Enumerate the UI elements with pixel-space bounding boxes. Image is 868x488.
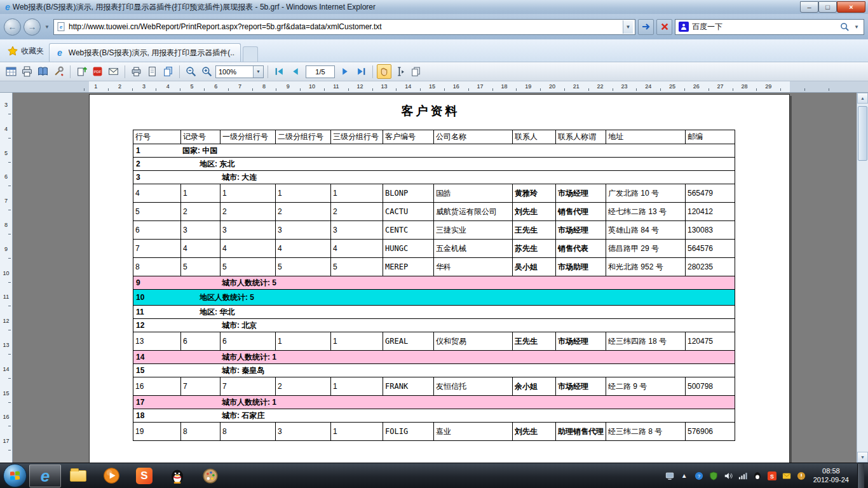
tray-display-icon[interactable] <box>665 471 675 481</box>
favorites-button[interactable]: 收藏夹 <box>3 43 49 59</box>
open-book-icon[interactable] <box>36 64 50 79</box>
clock-date: 2012-09-24 <box>813 476 849 485</box>
print-icon[interactable] <box>20 64 34 79</box>
search-box[interactable]: ▼ <box>675 19 864 35</box>
cell: 120412 <box>686 203 735 221</box>
export-icon[interactable] <box>74 64 89 79</box>
report-table: 行号记录号一级分组行号二级分组行号三级分组行号客户编号公司名称联系人联系人称谓地… <box>133 130 735 441</box>
cell: 19 <box>133 423 181 441</box>
tray-volume-icon[interactable] <box>723 471 733 481</box>
address-bar[interactable]: e ▼ <box>53 19 635 35</box>
taskbar-explorer-icon[interactable] <box>62 464 94 487</box>
zoom-out-icon[interactable] <box>184 64 198 79</box>
group-label: 地区: 东北 <box>133 159 234 170</box>
cell: HUNGC <box>383 240 434 258</box>
address-dropdown-icon[interactable]: ▼ <box>623 20 633 34</box>
printer-setup-icon[interactable] <box>129 64 144 79</box>
start-button[interactable] <box>3 464 27 487</box>
scroll-down-icon[interactable]: ▼ <box>857 452 868 463</box>
row-number: 15 <box>136 366 144 375</box>
page-indicator[interactable]: 1/5 <box>306 65 335 78</box>
ruler-number: 3 <box>4 102 8 108</box>
maximize-button[interactable]: □ <box>818 1 837 13</box>
zoom-in-icon[interactable] <box>200 64 214 79</box>
pdf-export-icon[interactable]: PDF <box>90 64 105 79</box>
tray-qq-icon[interactable] <box>752 471 763 481</box>
cell: 苏先生 <box>513 240 556 258</box>
cell: 4 <box>276 240 331 258</box>
ruler-number: 24 <box>645 83 651 90</box>
ie-logo-icon: e <box>5 3 10 11</box>
close-button[interactable]: × <box>837 1 865 13</box>
previous-page-icon[interactable] <box>288 64 302 79</box>
search-input[interactable] <box>692 22 837 31</box>
text-select-tool-icon[interactable] <box>393 64 407 79</box>
taskbar-ie-icon[interactable]: e <box>29 464 61 487</box>
taskbar-qq-icon[interactable] <box>161 464 193 487</box>
group-label: 地区人数统计: 5 <box>133 292 254 303</box>
tray-mail-icon[interactable] <box>782 471 792 481</box>
cell: 10地区人数统计: 5 <box>133 290 735 306</box>
page-setup-icon[interactable] <box>145 64 159 79</box>
ruler-number: 3 <box>142 83 146 90</box>
ruler-number: 11 <box>3 294 9 300</box>
mail-icon[interactable] <box>106 64 121 79</box>
table-row: 10地区人数统计: 5 <box>133 290 735 306</box>
cell: 4 <box>331 240 383 258</box>
tray-update-icon[interactable] <box>796 471 806 481</box>
last-page-icon[interactable] <box>354 64 369 79</box>
vertical-scrollbar[interactable]: ▲ ▼ <box>857 93 868 463</box>
cell: 2 <box>220 203 276 221</box>
chevron-down-icon[interactable]: ▼ <box>253 66 263 78</box>
toolbar-separator <box>179 65 180 78</box>
ruler-number: 12 <box>357 83 363 90</box>
taskbar-media-player-icon[interactable] <box>95 464 127 487</box>
column-header: 记录号 <box>181 130 220 144</box>
tray-clock[interactable]: 08:58 2012-09-24 <box>813 467 849 485</box>
stop-button[interactable] <box>656 19 672 35</box>
column-header: 三级分组行号 <box>331 130 383 144</box>
tray-help-icon[interactable]: ? <box>694 471 704 481</box>
cell: 销售代理 <box>556 203 606 221</box>
tray-sogou-icon[interactable]: S <box>767 471 777 481</box>
tools-icon[interactable] <box>51 64 66 79</box>
tab-active[interactable]: e Web报表(B/S报表)演示, 用报表打印显示器插件(... <box>49 43 241 62</box>
table-row: 18城市: 石家庄 <box>133 409 735 423</box>
hand-tool-icon[interactable] <box>377 64 391 79</box>
toolbar-separator <box>372 65 373 78</box>
search-dropdown-icon[interactable]: ▼ <box>853 24 860 30</box>
cell: 和光北路 952 号 <box>606 258 686 276</box>
browser-window: e Web报表(B/S报表)演示, 用报表打印显示器插件(打印预览插件)展现报表… <box>0 0 868 488</box>
new-tab-stub[interactable] <box>243 46 258 62</box>
ruler-number: 27 <box>717 83 724 90</box>
tray-expand-icon[interactable]: ▲ <box>679 471 689 481</box>
favorites-bar: 收藏夹 e Web报表(B/S报表)演示, 用报表打印显示器插件(... <box>0 39 868 62</box>
window-controls: – □ × <box>800 1 865 13</box>
cell: 2 <box>331 203 383 221</box>
cell: 5 <box>133 203 181 221</box>
forward-button[interactable]: → <box>24 18 41 36</box>
report-view-icon[interactable] <box>4 64 18 79</box>
search-icon[interactable] <box>840 22 850 32</box>
next-page-icon[interactable] <box>338 64 353 79</box>
cell: 3 <box>181 221 220 240</box>
tray-network-icon[interactable] <box>738 471 748 481</box>
zoom-select[interactable]: 100% ▼ <box>215 65 264 78</box>
cell: 友恒信托 <box>434 377 513 396</box>
back-button[interactable]: ← <box>4 18 21 36</box>
history-dropdown-icon[interactable]: ▼ <box>43 24 51 30</box>
copy-page-icon[interactable] <box>409 64 423 79</box>
cell: 王先生 <box>513 332 556 351</box>
first-page-icon[interactable] <box>272 64 287 79</box>
go-button[interactable] <box>638 19 654 35</box>
url-input[interactable] <box>69 22 620 31</box>
scrollbar-thumb[interactable] <box>858 106 867 161</box>
show-desktop-button[interactable] <box>857 464 864 488</box>
ruler-number: 15 <box>3 390 9 396</box>
taskbar-paint-icon[interactable] <box>194 464 226 487</box>
multi-page-icon[interactable] <box>161 64 175 79</box>
tray-security-icon[interactable] <box>709 471 719 481</box>
taskbar-sogou-icon[interactable]: S <box>128 464 160 487</box>
minimize-button[interactable]: – <box>800 1 818 13</box>
scroll-up-icon[interactable]: ▲ <box>857 93 868 104</box>
